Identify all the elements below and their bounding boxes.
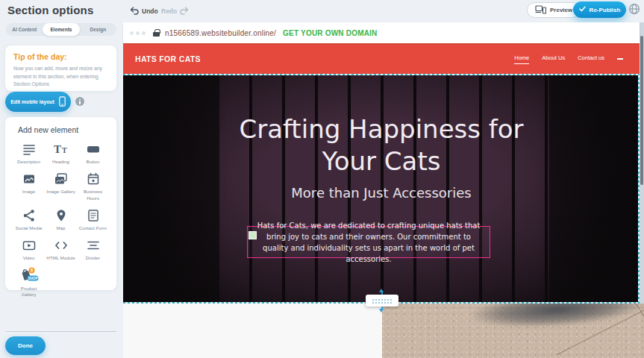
element-label: Product Gallery [14,286,44,298]
republish-label: Re-Publish [590,7,621,13]
element-tile-map[interactable]: Map [45,208,77,231]
element-label: Business Hours [78,189,108,201]
redo-button[interactable]: Redo [161,4,189,18]
element-tile-image[interactable]: Image [13,172,45,201]
next-section-blank [123,304,382,358]
element-tile-divider[interactable]: Divider [77,238,109,261]
button-icon [87,142,100,157]
section-boundary-top [123,74,640,75]
social-media-icon [22,208,36,223]
element-tile-social-media[interactable]: Social Media [13,208,45,231]
section-boundary-right [638,74,640,304]
element-tile-business-hours[interactable]: Business Hours [77,172,109,201]
hero-textbox-selected[interactable]: Hats for Cats, we are dedicated to craft… [247,226,490,258]
site-header: HATS FOR CATS HomeAbout UsContact us [123,43,640,75]
svg-text:$: $ [30,268,32,272]
resize-arrow-down-icon [379,309,384,313]
add-element-title: Add new element [13,125,109,134]
element-tile-description[interactable]: Description [13,142,45,165]
svg-text:T: T [62,146,67,154]
heading-icon: TT [54,142,68,157]
republish-button[interactable]: Re-Publish [573,1,626,18]
video-icon [22,238,36,253]
site-url: n1566589.websitebuilder.online/ [165,29,276,37]
element-tile-button[interactable]: Button [77,142,109,165]
hero-subheading[interactable]: More than Just Accessories [213,185,549,201]
nav-about-us[interactable]: About Us [542,54,565,63]
contact-form-icon [87,208,100,223]
business-hours-icon [87,172,100,186]
drag-dots-icon [372,298,393,304]
divider-icon [87,238,100,253]
html-module-icon [54,238,69,253]
devices-icon [535,5,546,16]
svg-text:SHOP: SHOP [28,276,37,280]
element-label: Button [87,159,100,165]
edit-mobile-layout-button[interactable]: Edit mobile layout [5,92,71,112]
tab-elements[interactable]: Elements [43,23,79,36]
preview-label: Preview [550,7,572,13]
element-grid: DescriptionTTHeadingButtonImageImage Gal… [13,142,109,298]
site-nav: HomeAbout UsContact us [514,54,623,64]
element-tile-video[interactable]: Video [13,238,45,261]
text-lines-icon [22,142,36,157]
nav-contact-us[interactable]: Contact us [578,54,604,63]
mobile-phone-icon [59,96,66,107]
page-title: Section options [7,4,94,16]
tab-ai-content[interactable]: AI Content [6,23,43,36]
tip-of-the-day-card: Tip of the day: Now you can add, move an… [5,45,116,91]
tip-body: Now you can add, move and resize any ele… [13,65,108,89]
scrollbar-thumb[interactable] [640,36,643,185]
element-label: Description [17,159,40,165]
tip-title: Tip of the day: [13,52,108,61]
element-label: HTML Module [46,255,75,261]
element-tile-contact-form[interactable]: Contact Form [77,208,109,231]
done-label: Done [18,342,33,349]
element-tile-html-module[interactable]: HTML Module [45,238,77,261]
element-label: Image Gallery [46,189,75,195]
selection-handle[interactable] [248,231,257,239]
svg-text:T: T [54,143,61,155]
map-pin-icon [54,208,68,223]
element-label: Divider [86,255,100,261]
undo-button[interactable]: Undo [130,4,158,18]
globe-language-icon[interactable] [628,3,640,18]
hero-heading[interactable]: Crafting Happiness for Your Cats [213,113,549,177]
element-label: Contact Form [79,225,107,231]
edit-mobile-label: Edit mobile layout [10,99,54,104]
image-gallery-icon [54,172,68,186]
element-tile-product-gallery[interactable]: $SHOPProduct Gallery [13,268,45,298]
add-element-panel: Add new element DescriptionTTHeadingButt… [5,117,116,290]
undo-icon [130,4,139,18]
element-label: Image [22,189,35,195]
element-label: Map [56,225,65,231]
window-dot-icon [142,31,146,35]
site-logo[interactable]: HATS FOR CATS [135,54,201,63]
lock-icon [153,29,160,37]
redo-label: Redo [161,7,177,15]
next-section-image[interactable] [382,304,644,358]
window-dot-icon [136,31,140,35]
nav-more-icon[interactable] [617,58,623,60]
carpet-shadow [469,304,644,332]
hero-section[interactable]: Crafting Happiness for Your Cats More th… [123,75,640,303]
tab-design[interactable]: Design [80,23,116,36]
browser-bar: n1566589.websitebuilder.online/ GET YOUR… [123,22,640,43]
nav-home[interactable]: Home [514,54,529,64]
undo-label: Undo [142,7,158,15]
element-label: Video [23,255,35,261]
window-dot-icon [130,31,134,35]
hero-body-text[interactable]: Hats for Cats, we are dedicated to craft… [248,220,490,265]
check-icon [579,6,586,13]
product-gallery-icon: $SHOP [18,268,40,283]
element-label: Heading [52,159,69,165]
get-domain-link[interactable]: GET YOUR OWN DOMAIN [283,29,377,37]
element-tile-image-gallery[interactable]: Image Gallery [45,172,77,201]
element-label: Social Media [16,225,42,231]
image-icon [22,172,36,186]
element-tile-heading[interactable]: TTHeading [45,142,77,165]
section-resize-handle[interactable] [366,295,398,307]
done-button[interactable]: Done [5,336,46,355]
sidebar-divider [6,331,116,332]
info-icon[interactable] [75,97,84,106]
